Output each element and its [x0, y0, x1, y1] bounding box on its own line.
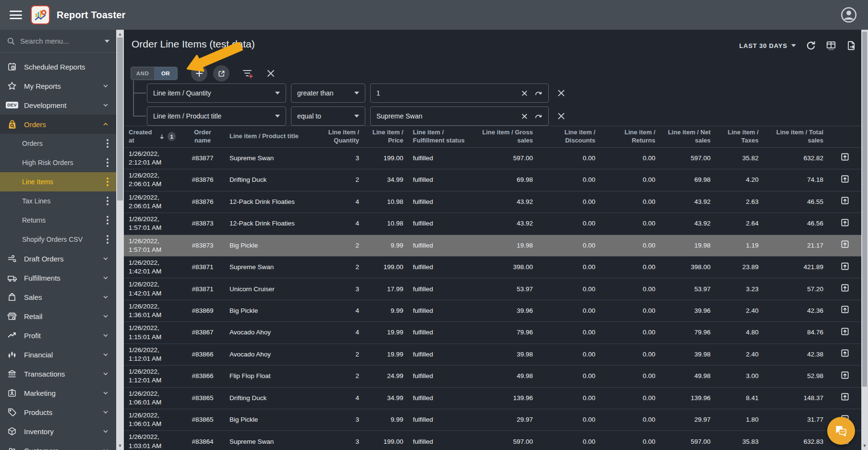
remove-filter-icon[interactable]	[556, 111, 566, 121]
table-row[interactable]: 1/26/2022, 1:12:01 AM #83866 Avocado Aho…	[124, 343, 861, 365]
sidebar-item-customers[interactable]: Customers	[0, 441, 116, 450]
table-row[interactable]: 1/26/2022, 1:15:01 AM #83867 Avocado Aho…	[124, 322, 861, 343]
sidebar-item-profit[interactable]: Profit	[0, 326, 116, 345]
export-file-icon[interactable]	[846, 40, 856, 51]
sidebar-scrollbar[interactable]: ▲ ▼	[116, 30, 124, 450]
redo-icon[interactable]	[534, 112, 542, 120]
table-row[interactable]: 1/26/2022, 1:06:01 AM #83865 Drifting Du…	[124, 387, 861, 409]
open-order-icon[interactable]	[840, 152, 850, 162]
sidebar-item-sales[interactable]: Sales	[0, 287, 116, 307]
table-row[interactable]: 1/26/2022, 1:36:01 AM #83869 Big Pickle …	[124, 300, 861, 321]
column-header-net-sales[interactable]: Line item / Net sales	[660, 126, 715, 148]
sidebar-subitem-returns[interactable]: Returns	[0, 211, 116, 230]
more-options-icon[interactable]	[106, 138, 109, 149]
sidebar-subitem-shopify-orders-csv[interactable]: Shopify Orders CSV	[0, 230, 116, 249]
account-avatar-icon[interactable]	[840, 6, 857, 24]
sidebar-item-financial[interactable]: Financial	[0, 345, 116, 364]
filter-operator-select[interactable]: equal to	[291, 107, 365, 126]
column-header-returns[interactable]: Line item / Returns	[600, 126, 660, 148]
table-row[interactable]: 1/26/2022, 1:12:01 AM #83866 Flip Flop F…	[124, 366, 861, 387]
table-row[interactable]: 1/26/2022, 2:12:01 AM #83877 Supreme Swa…	[124, 147, 861, 169]
table-row[interactable]: 1/26/2022, 2:06:01 AM #83876 12-Pack Dri…	[124, 191, 861, 213]
filter-field-select[interactable]: Line item / Quantity	[147, 83, 286, 103]
sidebar-item-marketing[interactable]: Marketing	[0, 383, 116, 403]
sidebar-item-retail[interactable]: Retail	[0, 307, 116, 326]
sidebar-item-transactions[interactable]: Transactions	[0, 364, 116, 383]
sidebar-item-products[interactable]: Products	[0, 403, 116, 422]
open-order-icon[interactable]	[840, 174, 850, 184]
open-order-icon[interactable]	[840, 348, 850, 358]
sidebar-item-scheduled-reports[interactable]: Scheduled Reports	[0, 57, 116, 76]
quantity-cell: 4	[304, 322, 364, 343]
sidebar-item-draft-orders[interactable]: Draft Orders	[0, 249, 116, 268]
discounts-cell: 0.00	[538, 366, 600, 387]
sidebar-item-orders[interactable]: Orders	[0, 115, 116, 134]
clear-filters-icon[interactable]	[265, 68, 277, 79]
open-order-icon[interactable]	[840, 327, 850, 336]
sidebar-subitem-high-risk-orders[interactable]: High Risk Orders	[0, 153, 116, 172]
column-header-fulfillment-status[interactable]: Line item / Fulfillment status	[408, 126, 475, 148]
more-options-icon[interactable]	[106, 196, 109, 206]
column-header-gross-sales[interactable]: Line item / Gross sales	[475, 126, 538, 148]
refresh-icon[interactable]	[806, 40, 816, 51]
sidebar-search[interactable]: Search menu...	[0, 30, 116, 53]
open-order-icon[interactable]	[840, 392, 850, 402]
filter-value-input[interactable]: Supreme Swan	[370, 107, 549, 126]
table-row[interactable]: 1/26/2022, 1:03:01 AM #83864 Supreme Swa…	[124, 431, 861, 450]
column-header-created-at[interactable]: Created at 1	[124, 126, 181, 148]
open-order-icon[interactable]	[840, 218, 850, 227]
sidebar-subitem-tax-lines[interactable]: Tax Lines	[0, 191, 116, 211]
table-row[interactable]: 1/26/2022, 1:42:01 AM #83871 Supreme Swa…	[124, 256, 861, 278]
clear-value-icon[interactable]	[520, 89, 529, 97]
filter-add-icon[interactable]	[242, 68, 253, 79]
add-filter-group-button[interactable]	[213, 65, 229, 82]
table-row[interactable]: 1/26/2022, 1:57:01 AM #83873 12-Pack Dri…	[124, 213, 861, 235]
clear-value-icon[interactable]	[520, 112, 529, 120]
filter-operator-select[interactable]: greater than	[291, 83, 365, 103]
filter-field-select[interactable]: Line item / Product title	[147, 107, 286, 126]
more-options-icon[interactable]	[106, 157, 109, 168]
table-row[interactable]: 1/26/2022, 1:06:01 AM #83865 Big Pickle …	[124, 409, 861, 431]
product-title-cell: Big Pickle	[225, 409, 304, 431]
remove-filter-icon[interactable]	[556, 88, 566, 98]
open-order-icon[interactable]	[840, 261, 850, 271]
more-options-icon[interactable]	[106, 177, 109, 187]
sidebar-subitem-line-items[interactable]: Line Items	[0, 172, 116, 191]
logic-or-button[interactable]: OR	[154, 67, 177, 80]
column-header-order-name[interactable]: Order name	[181, 126, 225, 148]
column-header-quantity[interactable]: Line item / Quantity	[304, 126, 364, 148]
open-order-icon[interactable]	[840, 370, 850, 380]
sidebar-item-my-reports[interactable]: My Reports	[0, 76, 116, 95]
chevron-down-icon	[102, 389, 109, 397]
add-filter-button[interactable]	[191, 65, 207, 82]
column-header-taxes[interactable]: Line item / Taxes	[715, 126, 763, 148]
more-options-icon[interactable]	[106, 215, 109, 225]
logic-and-button[interactable]: AND	[131, 67, 154, 80]
open-order-icon[interactable]	[840, 305, 850, 314]
column-header-product-title[interactable]: Line item / Product title	[225, 126, 304, 148]
redo-icon[interactable]	[534, 89, 542, 97]
table-row[interactable]: 1/26/2022, 1:57:01 AM #83873 Big Pickle …	[124, 235, 861, 256]
chevron-up-icon	[102, 120, 109, 128]
menu-icon[interactable]	[10, 11, 22, 19]
created-at-cell: 1/26/2022, 2:06:01 AM	[124, 191, 181, 213]
column-header-total-sales[interactable]: Line item / Total sales	[763, 126, 828, 148]
sidebar-item-development[interactable]: DEV Development	[0, 95, 116, 115]
date-range-selector[interactable]: LAST 30 DAYS	[739, 42, 796, 49]
table-row[interactable]: 1/26/2022, 1:42:01 AM #83871 Unicorn Cru…	[124, 278, 861, 300]
filter-value-input[interactable]: 1	[370, 83, 549, 103]
table-row[interactable]: 1/26/2022, 2:06:01 AM #83876 Drifting Du…	[124, 169, 861, 191]
sidebar-item-inventory[interactable]: Inventory	[0, 422, 116, 441]
main-scrollbar[interactable]: ▼	[861, 30, 868, 450]
discounts-cell: 0.00	[538, 213, 600, 235]
open-order-icon[interactable]	[840, 239, 850, 249]
chat-support-button[interactable]	[827, 417, 855, 445]
table-columns-icon[interactable]	[826, 40, 836, 51]
column-header-price[interactable]: Line item / Price	[364, 126, 408, 148]
sidebar-item-fulfillments[interactable]: Fulfillments	[0, 268, 116, 287]
open-order-icon[interactable]	[840, 283, 850, 293]
open-order-icon[interactable]	[840, 196, 850, 205]
sidebar-subitem-orders[interactable]: Orders	[0, 134, 116, 153]
column-header-discounts[interactable]: Line item / Discounts	[538, 126, 600, 148]
more-options-icon[interactable]	[106, 234, 109, 245]
